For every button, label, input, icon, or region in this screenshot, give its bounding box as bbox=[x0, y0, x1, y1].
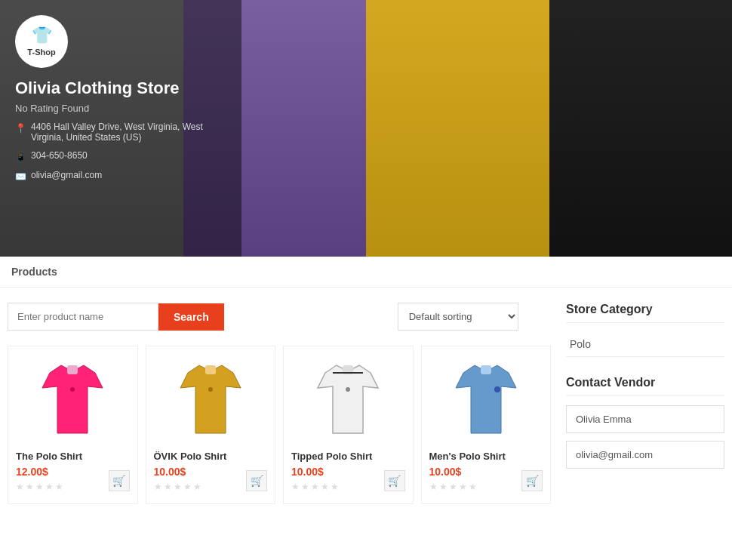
product-image-2 bbox=[154, 354, 268, 445]
product-image-4 bbox=[429, 354, 543, 445]
svg-point-8 bbox=[346, 387, 350, 392]
product-price-2: 10.00$ ★ ★ ★ ★ ★ bbox=[154, 466, 201, 496]
store-rating: No Rating Found bbox=[15, 103, 226, 114]
svg-marker-6 bbox=[318, 365, 378, 433]
star-2-4: ★ bbox=[183, 482, 192, 492]
store-info-overlay: 👕 T-Shop Olivia Clothing Store No Rating… bbox=[0, 0, 241, 257]
svg-rect-4 bbox=[205, 365, 216, 374]
store-address: 📍 4406 Hall Valley Drive, West Virginia,… bbox=[15, 122, 226, 143]
star-4-1: ★ bbox=[429, 482, 438, 492]
price-text-4: 10.00$ bbox=[429, 466, 477, 478]
stars-1: ★ ★ ★ ★ ★ bbox=[16, 482, 63, 492]
star-1-5: ★ bbox=[55, 482, 63, 492]
polo-svg-4 bbox=[452, 358, 520, 441]
email-text: olivia@gmail.com bbox=[31, 170, 102, 180]
svg-point-2 bbox=[70, 387, 75, 392]
svg-rect-1 bbox=[67, 365, 78, 374]
price-text-1: 12.00$ bbox=[16, 466, 63, 478]
star-1-4: ★ bbox=[45, 482, 54, 492]
store-name: Olivia Clothing Store bbox=[15, 78, 226, 98]
star-1-3: ★ bbox=[35, 482, 44, 492]
product-image-3 bbox=[291, 354, 405, 445]
email-icon: ✉️ bbox=[15, 171, 26, 182]
products-left: Search Default sorting The P bbox=[8, 303, 551, 504]
store-category-section: Store Category Polo bbox=[566, 303, 724, 357]
products-section: Products Search Default sorting bbox=[0, 257, 732, 519]
star-3-4: ★ bbox=[321, 482, 329, 492]
star-4-5: ★ bbox=[469, 482, 477, 492]
product-card-4: Men's Polo Shirt 10.00$ ★ ★ ★ ★ ★ bbox=[421, 346, 552, 504]
add-to-cart-1[interactable]: 🛒 bbox=[109, 470, 130, 491]
store-phone: 📱 304-650-8650 bbox=[15, 150, 226, 162]
contact-vendor-section: Contact Vendor bbox=[566, 376, 724, 476]
star-3-2: ★ bbox=[301, 482, 309, 492]
product-name-3: Tipped Polo Shirt bbox=[291, 451, 405, 462]
stars-2: ★ ★ ★ ★ ★ bbox=[154, 482, 201, 492]
vendor-name-input[interactable] bbox=[566, 405, 724, 433]
phone-icon: 📱 bbox=[15, 152, 26, 162]
polo-svg-1 bbox=[38, 358, 106, 441]
star-2-5: ★ bbox=[193, 482, 201, 492]
product-card-2: ÖVIK Polo Shirt 10.00$ ★ ★ ★ ★ ★ bbox=[146, 346, 276, 504]
logo-text: T-Shop bbox=[27, 48, 55, 57]
products-header: Products bbox=[0, 257, 732, 288]
product-card-3: Tipped Polo Shirt 10.00$ ★ ★ ★ ★ ★ bbox=[283, 346, 414, 504]
product-name-2: ÖVIK Polo Shirt bbox=[154, 451, 268, 462]
search-button[interactable]: Search bbox=[158, 303, 224, 331]
star-3-5: ★ bbox=[331, 482, 339, 492]
add-to-cart-2[interactable]: 🛒 bbox=[246, 470, 267, 491]
add-to-cart-3[interactable]: 🛒 bbox=[384, 470, 405, 491]
star-4-3: ★ bbox=[449, 482, 457, 492]
star-2-3: ★ bbox=[174, 482, 182, 492]
sort-select[interactable]: Default sorting bbox=[398, 303, 518, 331]
contact-vendor-title: Contact Vendor bbox=[566, 376, 724, 396]
product-footer-3: 10.00$ ★ ★ ★ ★ ★ 🛒 bbox=[291, 466, 405, 496]
svg-point-5 bbox=[208, 387, 213, 392]
tshirt-icon: 👕 bbox=[27, 26, 55, 45]
location-icon: 📍 bbox=[15, 123, 26, 134]
address-text: 4406 Hall Valley Drive, West Virginia, W… bbox=[31, 122, 226, 143]
star-4-4: ★ bbox=[459, 482, 467, 492]
svg-marker-10 bbox=[456, 365, 516, 433]
store-email: ✉️ olivia@gmail.com bbox=[15, 170, 226, 182]
star-3-1: ★ bbox=[291, 482, 300, 492]
store-banner: 👕 T-Shop Olivia Clothing Store No Rating… bbox=[0, 0, 732, 257]
store-logo: 👕 T-Shop bbox=[15, 15, 68, 68]
products-label: Products bbox=[11, 266, 57, 278]
phone-text: 304-650-8650 bbox=[31, 150, 88, 161]
star-1-2: ★ bbox=[26, 482, 34, 492]
svg-marker-0 bbox=[42, 365, 103, 433]
sidebar: Store Category Polo Contact Vendor bbox=[551, 303, 724, 504]
search-bar-row: Search Default sorting bbox=[8, 303, 551, 331]
price-text-3: 10.00$ bbox=[291, 466, 339, 478]
logo-inner: 👕 T-Shop bbox=[27, 26, 55, 57]
product-price-1: 12.00$ ★ ★ ★ ★ ★ bbox=[16, 466, 63, 496]
product-name-1: The Polo Shirt bbox=[16, 451, 130, 462]
stars-3: ★ ★ ★ ★ ★ bbox=[291, 482, 339, 492]
star-1-1: ★ bbox=[16, 482, 24, 492]
star-4-2: ★ bbox=[439, 482, 448, 492]
product-footer-2: 10.00$ ★ ★ ★ ★ ★ 🛒 bbox=[154, 466, 268, 496]
star-2-1: ★ bbox=[154, 482, 162, 492]
svg-marker-3 bbox=[180, 365, 241, 433]
price-text-2: 10.00$ bbox=[154, 466, 201, 478]
polo-svg-3 bbox=[314, 358, 382, 441]
vendor-email-input[interactable] bbox=[566, 441, 724, 469]
product-image-1 bbox=[16, 354, 130, 445]
product-price-4: 10.00$ ★ ★ ★ ★ ★ bbox=[429, 466, 477, 496]
store-category-title: Store Category bbox=[566, 303, 724, 323]
product-footer-4: 10.00$ ★ ★ ★ ★ ★ 🛒 bbox=[429, 466, 543, 496]
star-3-3: ★ bbox=[311, 482, 319, 492]
category-item-polo[interactable]: Polo bbox=[566, 332, 724, 357]
star-2-2: ★ bbox=[164, 482, 172, 492]
svg-point-12 bbox=[494, 386, 500, 392]
product-grid: The Polo Shirt 12.00$ ★ ★ ★ ★ ★ bbox=[8, 346, 551, 504]
polo-svg-2 bbox=[177, 358, 245, 441]
products-main: Search Default sorting The P bbox=[0, 288, 732, 519]
banner-panel-4 bbox=[549, 0, 733, 257]
add-to-cart-4[interactable]: 🛒 bbox=[521, 470, 543, 491]
product-card-1: The Polo Shirt 12.00$ ★ ★ ★ ★ ★ bbox=[8, 346, 138, 504]
search-input[interactable] bbox=[8, 303, 158, 331]
product-footer-1: 12.00$ ★ ★ ★ ★ ★ 🛒 bbox=[16, 466, 130, 496]
svg-rect-11 bbox=[481, 365, 491, 374]
